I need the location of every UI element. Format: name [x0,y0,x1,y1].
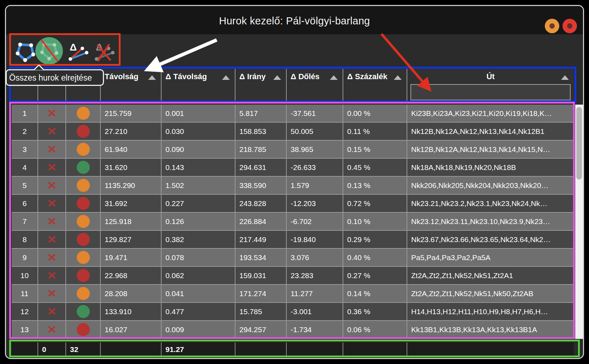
table-row[interactable]: 9✕19.4710.078193.5343.0760.40 %Pa5,Pa4,P… [12,249,574,267]
status-dot-orange-icon [77,179,90,192]
cell-delete[interactable]: ✕ [37,213,65,230]
cell-status [65,267,100,284]
cell-delete[interactable]: ✕ [37,321,65,338]
hide-loop-deltas-button[interactable]: Δ [90,37,118,66]
column-header-delete [37,69,65,104]
column-header-dtav[interactable]: Δ Távolság [161,69,235,104]
hide-all-loops-button[interactable] [35,37,63,65]
cell-ut: Zt2A,Zt2,Zt1,Nk52,Nk51,Zt2A1 [407,267,574,284]
table-row[interactable]: 5✕1135.2901.502338.5901.5790.13 %Nkk206,… [12,177,574,195]
column-header-ddoles[interactable]: Δ Dőlés [286,69,343,104]
table-row[interactable]: 12✕133.9100.47715.785-3.0010.36 %H14,H13… [12,303,574,321]
scrollbar-track[interactable] [575,105,583,339]
cell-num: 2 [12,123,37,140]
cell-dirany: 193.534 [235,249,286,266]
cell-ddoles: -26.633 [286,159,343,176]
table-row[interactable]: 3✕61.9400.090218.78538.9650.15 %Nk12B,Nk… [12,141,574,159]
table-footer: 03291.27 [12,342,574,357]
scrollbar-thumb[interactable] [576,107,582,180]
cell-ut: Pa5,Pa4,Pa3,Pa2,Pa5A [407,249,574,266]
sort-ascending-icon[interactable] [273,75,281,80]
table-row[interactable]: 11✕28.2080.041171.27411.2770.14 %Zt2A,Zt… [12,285,574,303]
cell-delete[interactable]: ✕ [37,123,65,140]
column-header-tav[interactable]: Távolság [100,69,161,104]
cell-dszaz: 0.29 % [343,231,407,248]
footer-cell-dirany [235,342,286,357]
loop-manager-window: Hurok kezelő: Pál-völgyi-barlang [5,5,584,359]
cell-dtav: 0.041 [161,285,235,302]
cell-tav: 16.027 [100,321,161,338]
cell-status [65,105,100,122]
minimize-button[interactable] [545,19,559,33]
cell-delete[interactable]: ✕ [37,249,65,266]
cell-delete[interactable]: ✕ [37,105,65,122]
show-loop-deltas-button[interactable]: Δ [65,37,92,66]
cell-dszaz: 0.10 % [343,213,407,230]
cell-delete[interactable]: ✕ [37,267,65,284]
delete-loop-icon: ✕ [47,197,57,210]
cell-ddoles: 11.277 [286,285,343,302]
table-row[interactable]: 2✕27.2100.030158.85350.0050.11 %Nk12B,Nk… [12,123,574,141]
sort-ascending-icon[interactable] [330,75,338,80]
cell-num: 10 [12,267,37,284]
status-dot-orange-icon [77,287,90,300]
column-header-dirany[interactable]: Δ Irány [235,69,286,104]
window-title: Hurok kezelő: Pál-völgyi-barlang [6,6,583,34]
cell-ut: Ki23B,Ki23A,Ki23,Ki21,Ki20,Ki19,Ki18,K… [407,105,574,122]
delete-loop-icon: ✕ [47,287,57,300]
column-label: Δ Százalék [347,72,387,81]
cell-status [65,195,100,212]
table-row[interactable]: 4✕31.6200.143294.631-26.6330.45 %Nk18A,N… [12,159,574,177]
cell-dirany: 294.257 [235,321,286,338]
cell-dirany: 15.785 [235,303,286,320]
table-row[interactable]: 13✕16.0270.009294.257-1.7340.06 %Kk13B1,… [12,321,574,339]
cell-ut: Zt2A,Zt2,Zt1,Nk52,Nk51,Nk50,Zt2AB [407,285,574,302]
delete-loop-icon: ✕ [47,215,57,228]
cell-delete[interactable]: ✕ [37,141,65,158]
column-label: Út [407,72,574,81]
sort-ascending-icon[interactable] [148,75,156,80]
table-row[interactable]: 10✕22.9680.062159.03123.2830.27 %Zt2A,Zt… [12,267,574,285]
table-row[interactable]: 7✕125.9180.126226.884-6.7020.10 %Nk23.12… [12,213,574,231]
column-header-ut[interactable]: Út [407,69,574,104]
status-dot-red-icon [77,197,90,210]
sort-ascending-icon[interactable] [394,75,402,80]
cell-dirany: 294.631 [235,159,286,176]
cell-tav: 19.471 [100,249,161,266]
cell-dirany: 159.031 [235,267,286,284]
close-button[interactable] [562,19,577,33]
cell-delete[interactable]: ✕ [37,285,65,302]
column-label: Δ Távolság [165,72,207,81]
cell-dszaz: 0.06 % [343,321,407,338]
status-dot-red-icon [77,125,90,138]
cell-ut: Nkk206,Nkk205,Nkk204,Nkk203,Nkk20… [407,177,574,194]
column-label: Távolság [105,72,138,81]
path-filter-input[interactable] [410,84,571,100]
table-row[interactable]: 6✕31.6920.227243.828-12.2030.72 %Nk23.21… [12,195,574,213]
cell-dszaz: 0.72 % [343,195,407,212]
table-row[interactable]: 1✕215.7590.0015.817-37.5610.00 %Ki23B,Ki… [12,105,574,123]
cell-tav: 27.210 [100,123,161,140]
cell-delete[interactable]: ✕ [37,303,65,320]
cell-status [65,141,100,158]
column-header-num [12,69,37,104]
sort-ascending-icon[interactable] [222,75,230,80]
cell-delete[interactable]: ✕ [37,159,65,176]
cell-tav: 61.940 [100,141,161,158]
cell-delete[interactable]: ✕ [37,195,65,212]
footer-cell-status: 32 [65,342,100,357]
column-header-dszaz[interactable]: Δ Százalék [343,69,407,104]
cell-dszaz: 0.13 % [343,177,407,194]
cell-num: 4 [12,159,37,176]
cell-tav: 31.692 [100,195,161,212]
close-dot-icon [567,23,572,29]
sort-ascending-icon[interactable] [561,75,569,80]
delete-loop-icon: ✕ [47,233,57,246]
cell-ddoles: 38.965 [286,141,343,158]
cell-tav: 22.968 [100,267,161,284]
cell-delete[interactable]: ✕ [37,177,65,194]
cell-delete[interactable]: ✕ [37,231,65,248]
table-row[interactable]: 8✕129.8270.382217.449-19.8400.29 %Nk23.6… [12,231,574,249]
cell-ut: Nk12B,Nk12A,Nk12,Nk13,Nk14,Nk15,N… [407,141,574,158]
delete-loop-icon: ✕ [47,305,57,318]
